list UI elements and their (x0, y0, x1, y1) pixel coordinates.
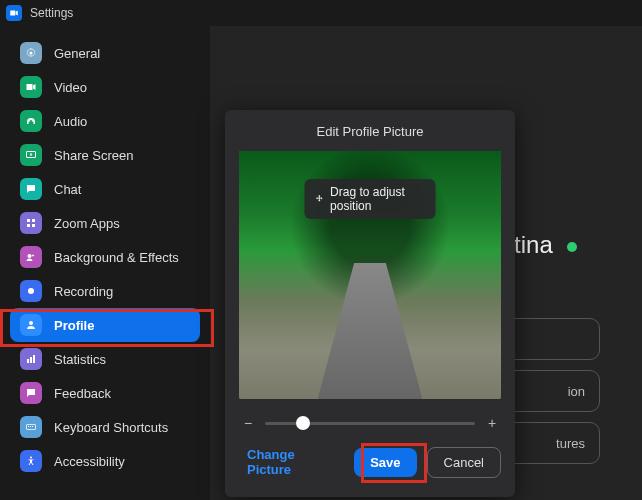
headphones-icon (20, 110, 42, 132)
settings-sidebar: General Video Audio Share Screen Chat Zo… (0, 26, 210, 500)
change-picture-button[interactable]: Change Picture (243, 441, 334, 483)
svg-rect-4 (27, 224, 30, 227)
sidebar-item-video[interactable]: Video (10, 70, 200, 104)
edit-profile-picture-modal: Edit Profile Picture Drag to adjust posi… (225, 110, 515, 497)
cancel-button[interactable]: Cancel (427, 447, 501, 478)
sidebar-item-label: Accessibility (54, 454, 125, 469)
sidebar-item-label: Background & Effects (54, 250, 179, 265)
sidebar-item-label: Video (54, 80, 87, 95)
zoom-in-button[interactable]: + (485, 415, 499, 431)
share-screen-icon (20, 144, 42, 166)
profile-picture-preview[interactable]: Drag to adjust position (239, 151, 501, 399)
sidebar-item-zoom-apps[interactable]: Zoom Apps (10, 206, 200, 240)
sidebar-item-feedback[interactable]: Feedback (10, 376, 200, 410)
svg-rect-18 (32, 426, 33, 427)
svg-point-12 (29, 392, 30, 393)
statistics-icon (20, 348, 42, 370)
svg-rect-10 (30, 357, 32, 363)
sidebar-item-label: Chat (54, 182, 81, 197)
presence-status-dot (567, 242, 577, 252)
svg-rect-3 (32, 219, 35, 222)
keyboard-icon (20, 416, 42, 438)
sidebar-item-keyboard-shortcuts[interactable]: Keyboard Shortcuts (10, 410, 200, 444)
svg-point-6 (28, 254, 32, 258)
sidebar-item-recording[interactable]: Recording (10, 274, 200, 308)
sidebar-item-label: Zoom Apps (54, 216, 120, 231)
svg-point-13 (31, 392, 32, 393)
app-icon (6, 5, 22, 21)
sidebar-item-share-screen[interactable]: Share Screen (10, 138, 200, 172)
sidebar-item-label: Recording (54, 284, 113, 299)
zoom-slider: − + (241, 415, 499, 431)
svg-point-14 (33, 392, 34, 393)
apps-icon (20, 212, 42, 234)
chat-icon (20, 178, 42, 200)
sidebar-item-label: Share Screen (54, 148, 134, 163)
feedback-icon (20, 382, 42, 404)
sidebar-item-label: Keyboard Shortcuts (54, 420, 168, 435)
window-title: Settings (30, 6, 73, 20)
sidebar-item-general[interactable]: General (10, 36, 200, 70)
effects-icon (20, 246, 42, 268)
sidebar-item-label: Profile (54, 318, 94, 333)
svg-rect-5 (32, 224, 35, 227)
recording-icon (20, 280, 42, 302)
svg-rect-2 (27, 219, 30, 222)
video-icon (20, 76, 42, 98)
sidebar-item-statistics[interactable]: Statistics (10, 342, 200, 376)
zoom-out-button[interactable]: − (241, 415, 255, 431)
sidebar-item-chat[interactable]: Chat (10, 172, 200, 206)
modal-title: Edit Profile Picture (239, 124, 501, 139)
drag-tooltip: Drag to adjust position (305, 179, 436, 219)
gear-icon (20, 42, 42, 64)
svg-point-8 (29, 321, 33, 325)
sidebar-item-profile[interactable]: Profile (10, 308, 200, 342)
sidebar-item-label: Audio (54, 114, 87, 129)
sidebar-item-label: Feedback (54, 386, 111, 401)
svg-rect-11 (33, 355, 35, 363)
svg-point-7 (28, 288, 34, 294)
sidebar-item-label: General (54, 46, 100, 61)
zoom-slider-thumb[interactable] (296, 416, 310, 430)
profile-icon (20, 314, 42, 336)
save-button[interactable]: Save (354, 448, 416, 477)
zoom-slider-track[interactable] (265, 422, 475, 425)
svg-point-19 (30, 457, 32, 459)
svg-rect-17 (30, 426, 31, 427)
sidebar-item-audio[interactable]: Audio (10, 104, 200, 138)
accessibility-icon (20, 450, 42, 472)
titlebar: Settings (0, 0, 642, 26)
svg-rect-16 (28, 426, 29, 427)
sidebar-item-background-effects[interactable]: Background & Effects (10, 240, 200, 274)
move-icon (315, 193, 325, 205)
sidebar-item-label: Statistics (54, 352, 106, 367)
svg-point-0 (30, 52, 33, 55)
svg-rect-9 (27, 359, 29, 363)
sidebar-item-accessibility[interactable]: Accessibility (10, 444, 200, 478)
